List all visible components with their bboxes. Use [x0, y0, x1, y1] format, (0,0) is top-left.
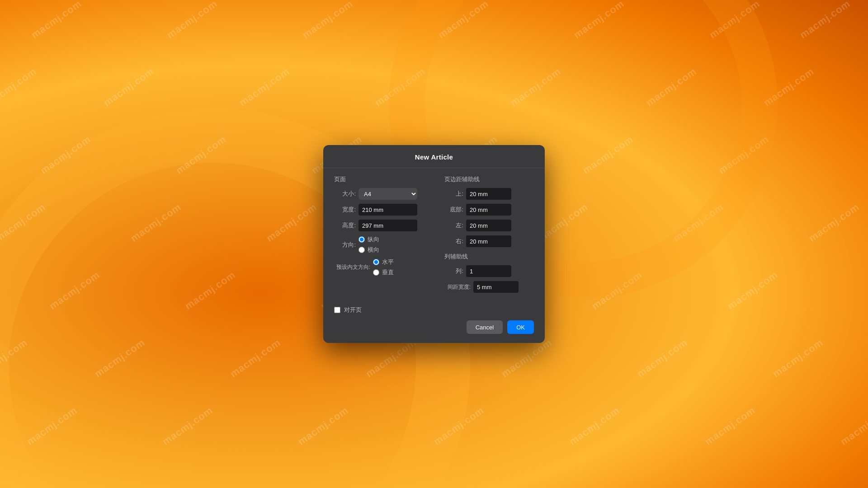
- dialog-footer: Cancel OK: [323, 314, 545, 334]
- gutter-input[interactable]: [473, 281, 519, 293]
- orientation-label: 方向:: [334, 241, 356, 249]
- new-article-dialog: New Article 页面 大小: A4 A3 Letter: [323, 145, 545, 343]
- right-label: 右:: [444, 237, 463, 245]
- text-direction-radio-group: 水平 垂直: [373, 258, 394, 277]
- horizontal-label: 水平: [382, 258, 394, 266]
- bottom-row: 底部:: [444, 204, 535, 216]
- column-input[interactable]: [466, 265, 511, 277]
- orientation-row: 方向: 纵向 横向: [334, 235, 425, 254]
- column-label: 列:: [444, 267, 463, 275]
- size-row: 大小: A4 A3 Letter: [334, 188, 425, 200]
- size-select[interactable]: A4 A3 Letter: [359, 188, 417, 200]
- column-row: 列:: [444, 265, 535, 277]
- horizontal-radio-label[interactable]: 水平: [373, 258, 394, 266]
- size-label: 大小:: [334, 190, 356, 198]
- bottom-label: 底部:: [444, 206, 463, 214]
- gutter-row: 间距宽度:: [444, 281, 535, 293]
- right-row: 右:: [444, 235, 535, 247]
- portrait-radio[interactable]: [359, 236, 365, 243]
- width-row: 宽度:: [334, 204, 425, 216]
- page-panel: 页面 大小: A4 A3 Letter 宽度:: [334, 175, 425, 297]
- top-label: 上:: [444, 190, 463, 198]
- page-section-label: 页面: [334, 175, 425, 183]
- height-input[interactable]: [359, 220, 417, 231]
- size-dropdown-wrapper[interactable]: A4 A3 Letter: [359, 188, 417, 200]
- vertical-radio-label[interactable]: 垂直: [373, 268, 394, 277]
- dialog-title-bar: New Article: [323, 145, 545, 168]
- margin-section-label: 页边距辅助线: [444, 175, 535, 183]
- ok-button[interactable]: OK: [507, 320, 534, 334]
- top-input[interactable]: [466, 188, 511, 200]
- vertical-radio[interactable]: [373, 269, 379, 276]
- landscape-radio-label[interactable]: 横向: [359, 246, 379, 254]
- text-direction-row: 预设内文方向: 水平 垂直: [334, 258, 425, 277]
- portrait-radio-label[interactable]: 纵向: [359, 235, 379, 244]
- orientation-radio-group: 纵向 横向: [359, 235, 379, 254]
- width-label: 宽度:: [334, 206, 356, 214]
- portrait-label: 纵向: [368, 235, 379, 244]
- left-input[interactable]: [466, 220, 511, 231]
- facing-pages-label: 对开页: [344, 306, 362, 314]
- top-row: 上:: [444, 188, 535, 200]
- bottom-input[interactable]: [466, 204, 511, 216]
- height-label: 高度:: [334, 221, 356, 230]
- dialog-body: 页面 大小: A4 A3 Letter 宽度:: [323, 168, 545, 301]
- landscape-radio[interactable]: [359, 247, 365, 253]
- vertical-label: 垂直: [382, 268, 394, 277]
- width-input[interactable]: [359, 204, 417, 216]
- landscape-label: 横向: [368, 246, 379, 254]
- facing-pages-row: 对开页: [323, 301, 545, 314]
- height-row: 高度:: [334, 220, 425, 231]
- facing-pages-checkbox[interactable]: [334, 307, 340, 313]
- dialog-title: New Article: [415, 153, 453, 161]
- margin-panel: 页边距辅助线 上: 底部: 左: 右:: [444, 175, 535, 297]
- left-row: 左:: [444, 220, 535, 231]
- gutter-label: 间距宽度:: [444, 283, 471, 291]
- horizontal-radio[interactable]: [373, 259, 379, 265]
- dialog-overlay: New Article 页面 大小: A4 A3 Letter: [0, 0, 868, 488]
- cancel-button[interactable]: Cancel: [467, 320, 503, 334]
- column-guide-label: 列辅助线: [444, 253, 535, 261]
- right-input[interactable]: [466, 235, 511, 247]
- text-direction-label: 预设内文方向:: [334, 263, 370, 271]
- left-label: 左:: [444, 221, 463, 230]
